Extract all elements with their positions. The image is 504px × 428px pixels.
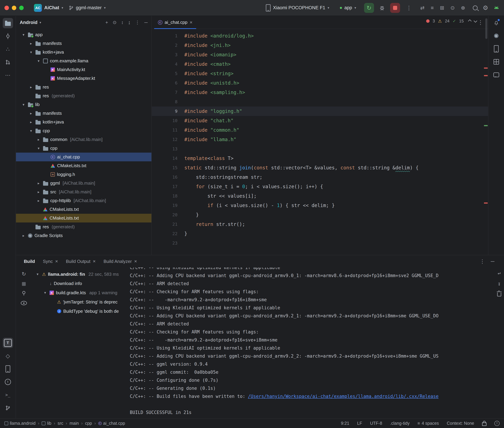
soft-wrap-button[interactable]: ↩ <box>498 270 501 276</box>
zoom-window-button[interactable] <box>19 6 24 10</box>
chevron-right-icon[interactable]: ▸ <box>36 199 41 203</box>
locate-file-button[interactable]: ⊙ <box>113 20 117 25</box>
stop-app-button[interactable] <box>390 3 400 13</box>
project-tree-item[interactable]: ▸ggml[AiChat.lib.main] <box>16 179 151 188</box>
chevron-right-icon[interactable]: ▸ <box>29 120 34 124</box>
next-issue-chevron[interactable] <box>474 19 477 22</box>
breadcrumb-item[interactable]: ai_chat.cpp <box>98 421 125 426</box>
project-tree-item[interactable]: ▸manifests <box>16 39 151 48</box>
build-tree-item[interactable]: ▾build.gradle.ktsapp 1 warning <box>32 288 128 297</box>
editor-scrollbar-thumb[interactable] <box>485 18 487 39</box>
build-tree-item[interactable]: ⚠'jvmTarget: String' is deprec <box>32 297 128 307</box>
build-tab-build[interactable]: Build <box>20 257 38 266</box>
project-tree-item[interactable]: CMakeLists.txt <box>16 205 151 214</box>
info-circle-icon[interactable]: ! <box>494 421 500 426</box>
project-tree-item[interactable]: ▸manifests <box>16 109 151 118</box>
breadcrumb-item[interactable]: src <box>58 421 63 426</box>
project-tree-item[interactable]: ▸Gradle Scripts <box>16 231 151 240</box>
minimize-window-button[interactable] <box>12 6 16 10</box>
chevron-down-icon[interactable]: ▾ <box>43 291 48 295</box>
project-view-selector[interactable]: Android <box>20 20 37 25</box>
chevron-down-icon[interactable]: ▾ <box>36 146 41 150</box>
stop-build-button[interactable] <box>22 282 26 286</box>
project-tree-item[interactable]: logging.h <box>16 170 151 179</box>
project-tree-item[interactable]: ▾cpp <box>16 126 151 135</box>
close-tab-icon[interactable]: × <box>190 20 192 25</box>
chevron-right-icon[interactable]: ▸ <box>29 85 34 89</box>
project-tree-item[interactable]: CMakeLists.txt <box>16 161 151 170</box>
todo-tool-button[interactable]: T <box>3 338 13 348</box>
project-tree-item[interactable]: ai_chat.cpp <box>16 153 151 161</box>
file-encoding[interactable]: UTF-8 <box>370 421 382 426</box>
line-ending[interactable]: LF <box>357 421 362 426</box>
change-stripe-mark[interactable] <box>484 125 488 126</box>
android-avatar-icon[interactable] <box>493 5 500 11</box>
hide-build-panel-button[interactable]: ─ <box>491 258 494 264</box>
chevron-down-icon[interactable]: ▾ <box>21 33 26 37</box>
previous-issue-chevron[interactable] <box>468 19 472 23</box>
build-tab-build-analyzer[interactable]: Build Analyzer× <box>100 257 140 266</box>
add-button[interactable]: + <box>105 20 108 25</box>
close-tab-icon[interactable]: × <box>93 259 95 264</box>
breadcrumb-item[interactable]: lib <box>42 421 51 426</box>
editor-tab-ai-chat-cpp[interactable]: ai_chat.cpp × <box>154 16 196 29</box>
project-tree-item[interactable]: ▾kotlin+java <box>16 48 151 57</box>
pin-tab-button[interactable] <box>22 291 25 294</box>
chevron-right-icon[interactable]: ▸ <box>29 111 34 115</box>
chevron-down-icon[interactable]: ▾ <box>36 59 41 63</box>
code-area[interactable]: 1#include <android/log.h>2#include <jni.… <box>152 29 488 255</box>
project-tree-item[interactable]: ▸src[AiChat.lib.main] <box>16 188 151 196</box>
device-manager-tool-button[interactable] <box>491 44 501 54</box>
build-variants-tool-button[interactable]: ◇ <box>3 351 13 361</box>
project-tree-item[interactable]: CMakeLists.txt <box>16 214 151 222</box>
breadcrumb-item[interactable]: llama.android <box>4 421 35 426</box>
search-everywhere-icon[interactable] <box>473 6 478 10</box>
project-tree-item[interactable]: res(generated) <box>16 222 151 231</box>
chevron-right-icon[interactable]: ▸ <box>36 181 41 185</box>
project-tree-item[interactable]: ▾com.example.llama <box>16 57 151 65</box>
device-selector[interactable]: Xiaomi POCOPHONE F1 ▾ <box>263 3 332 13</box>
scroll-to-end-button[interactable]: ↧ <box>498 281 501 287</box>
chevron-right-icon[interactable]: ▸ <box>29 41 34 46</box>
clear-console-button[interactable] <box>497 293 501 296</box>
project-tree-item[interactable]: ▸common[AiChat.lib.main] <box>16 135 151 144</box>
project-tree-item[interactable]: ▸res <box>16 83 151 91</box>
project-tree-item[interactable]: ▸cpp-httplib[AiChat.lib.main] <box>16 196 151 205</box>
rerun-app-button[interactable]: ↻ <box>364 3 374 13</box>
project-tree-item[interactable]: MainActivity.kt <box>16 65 151 74</box>
chevron-right-icon[interactable]: ▸ <box>21 234 26 238</box>
editor-options-kebab[interactable]: ⋮ <box>478 19 486 26</box>
profiler-icon[interactable]: ⊙ <box>450 5 455 11</box>
error-stripe-mark[interactable] <box>484 75 488 76</box>
context-indicator[interactable]: Context: None <box>447 421 474 426</box>
more-tool-windows-button[interactable]: ⋯ <box>3 70 13 80</box>
chevron-down-icon[interactable]: ▾ <box>29 50 34 54</box>
layout-inspector-tool-button[interactable] <box>491 57 501 67</box>
debug-button[interactable] <box>379 5 385 11</box>
project-tree-item[interactable]: res(generated) <box>16 91 151 100</box>
commit-tool-button[interactable] <box>3 31 13 41</box>
structure-tool-button[interactable]: ∴ <box>3 44 13 54</box>
panel-options-kebab[interactable]: ⋮ <box>135 20 140 25</box>
build-tab-build-output[interactable]: Build Output× <box>62 257 99 266</box>
build-tree-item[interactable]: ↓Download info <box>32 279 128 288</box>
build-path-link[interactable]: /Users/hanyin/Workspace/ai-chat/examples… <box>248 394 438 399</box>
breadcrumb-item[interactable]: main <box>69 421 79 426</box>
terminal-tool-button[interactable]: >_ <box>3 390 13 400</box>
running-devices-tool-button[interactable] <box>3 364 13 374</box>
error-stripe-mark[interactable] <box>484 202 488 204</box>
chevron-down-icon[interactable]: ▾ <box>35 272 40 276</box>
sync-project-icon[interactable]: ⇄ <box>420 5 425 11</box>
clang-tidy-indicator[interactable]: .clang-tidy <box>390 421 410 426</box>
project-tool-button[interactable] <box>3 18 13 28</box>
build-tab-sync[interactable]: Sync× <box>39 257 61 266</box>
indent-indicator[interactable]: ≡ 4 spaces <box>418 421 439 426</box>
hide-panel-button[interactable]: ─ <box>144 20 148 25</box>
run-options-kebab[interactable]: ⋮ <box>405 5 413 11</box>
build-tree-item[interactable]: BuildType 'debug' is both de <box>32 307 128 316</box>
pull-requests-tool-button[interactable] <box>3 57 13 67</box>
run-configuration-selector[interactable]: app ▾ <box>337 4 359 12</box>
inspections-widget[interactable]: 3 ⚠ 24 ✓ 15 <box>426 19 477 24</box>
build-tree-item[interactable]: ▾⚠llama.android: fin22 sec, 583 ms <box>32 270 128 279</box>
error-stripe-mark[interactable] <box>484 67 488 69</box>
